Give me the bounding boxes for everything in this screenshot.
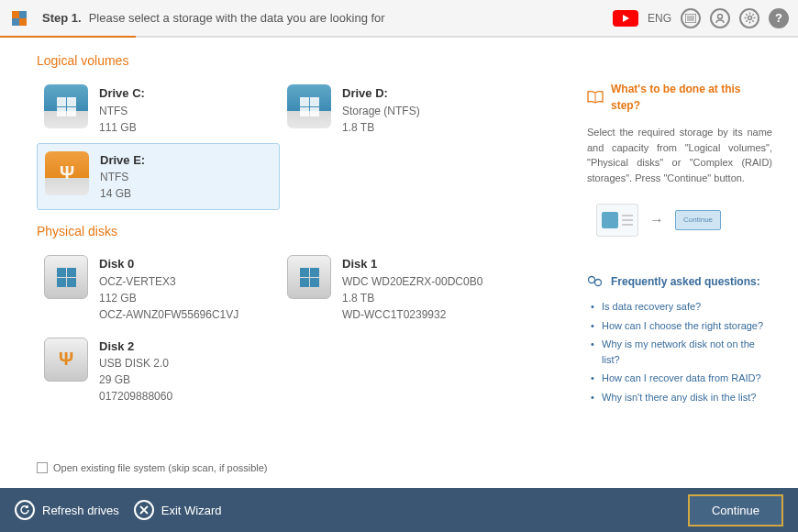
refresh-drives-button[interactable]: Refresh drives <box>15 500 119 520</box>
disk-size: 1.8 TB <box>342 290 482 306</box>
logical-volume-item[interactable]: Drive C:NTFS111 GB <box>37 77 280 143</box>
faq-item[interactable]: Is data recovery safe? <box>602 297 772 316</box>
gear-icon[interactable] <box>739 8 759 28</box>
physical-disks-grid: Disk 0OCZ-VERTEX3112 GBOCZ-AWNZ0FW55696C… <box>37 248 550 412</box>
arrow-icon: → <box>649 209 664 231</box>
volume-fs: Storage (NTFS) <box>342 103 420 119</box>
news-icon[interactable] <box>681 8 701 28</box>
book-icon <box>587 91 604 104</box>
volume-size: 1.8 TB <box>342 119 420 136</box>
volume-name: Drive E: <box>100 151 145 170</box>
volume-fs: NTFS <box>100 169 145 185</box>
disk-serial: WD-WCC1T0239932 <box>342 306 482 323</box>
checkbox-label: Open existing file system (skip scan, if… <box>53 462 268 473</box>
volume-name: Drive C: <box>99 84 145 103</box>
exit-label: Exit Wizard <box>161 504 222 517</box>
help-header: What's to be done at this step? <box>587 81 772 114</box>
disk-name: Disk 1 <box>342 255 482 273</box>
footer-bar: Refresh drives Exit Wizard Continue <box>0 488 798 532</box>
step-description: Please select a storage with the data yo… <box>89 11 385 25</box>
disk-size: 112 GB <box>99 290 238 306</box>
disk-serial: 017209888060 <box>99 388 172 405</box>
faq-icon <box>587 275 604 288</box>
top-right-controls: ENG ? <box>613 8 789 28</box>
refresh-label: Refresh drives <box>42 504 119 517</box>
faq-list: Is data recovery safe?How can I choose t… <box>587 297 772 406</box>
logical-volumes-title: Logical volumes <box>37 53 550 68</box>
disk-model: WDC WD20EZRX-00DC0B0 <box>342 273 482 290</box>
volume-name: Drive D: <box>342 84 420 103</box>
continue-button[interactable]: Continue <box>688 494 783 526</box>
physical-disk-icon <box>287 255 331 299</box>
windows-drive-icon <box>287 84 331 128</box>
illust-select-box <box>596 204 638 237</box>
refresh-icon <box>15 500 35 520</box>
youtube-icon[interactable] <box>613 10 638 27</box>
faq-item[interactable]: How can I recover data from RAID? <box>602 369 772 388</box>
volume-fs: NTFS <box>99 103 145 119</box>
logical-volume-item[interactable]: ΨDrive E:NTFS14 GB <box>37 143 280 211</box>
faq-header: Frequently asked questions: <box>587 273 772 290</box>
svg-point-5 <box>748 17 751 20</box>
open-existing-checkbox-row[interactable]: Open existing file system (skip scan, if… <box>37 462 268 473</box>
user-icon[interactable] <box>710 8 730 28</box>
faq-title: Frequently asked questions: <box>611 273 760 290</box>
main-content: Logical volumes Drive C:NTFS111 GBDrive … <box>0 37 798 486</box>
checkbox-icon[interactable] <box>37 462 48 473</box>
disk-name: Disk 0 <box>99 255 238 273</box>
logical-volumes-grid: Drive C:NTFS111 GBDrive D:Storage (NTFS)… <box>37 77 550 210</box>
disk-model: USB DISK 2.0 <box>99 355 172 371</box>
top-bar: Step 1. Please select a storage with the… <box>0 0 798 37</box>
svg-point-8 <box>595 280 602 286</box>
help-panel: What's to be done at this step? Select t… <box>587 53 798 486</box>
close-icon <box>134 500 154 520</box>
faq-item[interactable]: How can I choose the right storage? <box>602 316 772 336</box>
disk-serial: OCZ-AWNZ0FW55696C1VJ <box>99 306 238 323</box>
help-title: What's to be done at this step? <box>611 81 772 114</box>
app-logo-icon <box>9 8 29 28</box>
usb-physical-disk-icon: Ψ <box>44 338 88 382</box>
physical-disk-item[interactable]: ΨDisk 2USB DISK 2.029 GB017209888060 <box>37 330 280 413</box>
windows-drive-icon <box>44 84 88 128</box>
volume-size: 14 GB <box>100 185 145 202</box>
physical-disk-item[interactable]: Disk 0OCZ-VERTEX3112 GBOCZ-AWNZ0FW55696C… <box>37 248 280 330</box>
help-illustration: → Continue <box>587 204 772 237</box>
logical-volume-item[interactable]: Drive D:Storage (NTFS)1.8 TB <box>280 77 523 143</box>
help-description: Select the required storage by its name … <box>587 125 772 185</box>
physical-disk-item[interactable]: Disk 1WDC WD20EZRX-00DC0B01.8 TBWD-WCC1T… <box>280 248 523 330</box>
disk-size: 29 GB <box>99 371 172 388</box>
step-label: Step 1. <box>42 11 82 25</box>
storage-panel: Logical volumes Drive C:NTFS111 GBDrive … <box>0 53 587 486</box>
usb-drive-icon: Ψ <box>45 151 89 195</box>
svg-point-4 <box>718 14 723 18</box>
disk-model: OCZ-VERTEX3 <box>99 273 238 290</box>
language-selector[interactable]: ENG <box>648 12 671 25</box>
progress-indicator <box>0 36 136 38</box>
help-icon[interactable]: ? <box>769 8 789 28</box>
illust-continue-button: Continue <box>675 210 721 230</box>
svg-point-7 <box>589 277 595 283</box>
disk-name: Disk 2 <box>99 338 172 356</box>
volume-size: 111 GB <box>99 119 145 136</box>
faq-item[interactable]: Why isn't there any disk in the list? <box>602 388 772 407</box>
faq-item[interactable]: Why is my network disk not on the list? <box>602 335 772 369</box>
physical-disks-title: Physical disks <box>37 224 550 238</box>
physical-disk-icon <box>44 255 88 299</box>
exit-wizard-button[interactable]: Exit Wizard <box>134 500 222 520</box>
